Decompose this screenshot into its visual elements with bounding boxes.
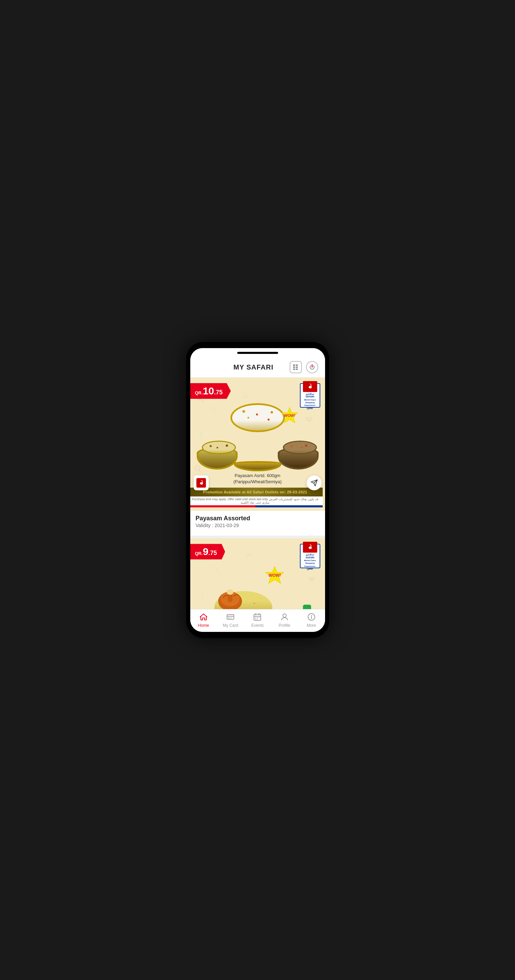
payasam-left-bowl xyxy=(197,447,238,469)
arwa-bottle: arwa NATURAL xyxy=(300,605,314,609)
svg-rect-5 xyxy=(296,369,298,370)
price-badge-biryani: QR.9.75 xyxy=(190,544,225,559)
home-icon xyxy=(199,612,208,622)
safari-s-logo xyxy=(305,381,316,392)
svg-rect-3 xyxy=(296,366,298,368)
grid-icon xyxy=(292,364,299,371)
svg-point-36 xyxy=(283,614,286,617)
deal-image-inner-biryani: 🍴 🥄 🍶 🥛 🍲 🧴 🥄 🍳 🥛 xyxy=(190,538,325,609)
svg-rect-0 xyxy=(293,364,295,366)
my-card-icon xyxy=(226,612,235,622)
svg-rect-4 xyxy=(293,369,295,370)
biryani-food-art: WOW! xyxy=(195,564,320,609)
safari-logo-text: سـافـاريSAFARIWorld Class Shopping Exper… xyxy=(302,393,318,410)
svg-point-32 xyxy=(227,589,233,595)
safari-small-icon-1 xyxy=(196,478,206,488)
wow-burst-payasam: WOW! xyxy=(279,407,300,424)
nav-label-profile: Profile xyxy=(279,623,290,628)
svg-text:WOW!: WOW! xyxy=(269,573,281,578)
nav-item-more[interactable]: More xyxy=(301,612,322,628)
header-icons xyxy=(290,361,318,373)
nav-item-profile[interactable]: Profile xyxy=(274,612,295,628)
nav-item-events[interactable]: Events xyxy=(247,612,268,628)
safari-logo-1: سـافـاريSAFARIWorld Class Shopping Exper… xyxy=(300,383,320,408)
payasam-main-bowl-base xyxy=(234,461,282,471)
nav-item-home[interactable]: Home xyxy=(193,612,214,628)
biryani-chicken-leg xyxy=(215,582,246,609)
power-icon-button[interactable] xyxy=(306,361,318,373)
bottom-navigation: Home My Card xyxy=(190,609,325,632)
price-badge-payasam: QR.10.75 xyxy=(190,383,231,399)
price-decimal: .75 xyxy=(214,389,223,396)
deals-content: 🍳 🥄 🍶 🥛 🍲 🧴 🥄 🍳 🥛 xyxy=(190,378,325,609)
price-label: QR. xyxy=(195,390,203,395)
phone-screen: MY SAFARI xyxy=(190,348,325,632)
nav-label-my-card: My Card xyxy=(223,623,238,628)
app-header: MY SAFARI xyxy=(190,358,325,378)
more-icon xyxy=(307,612,316,622)
svg-rect-1 xyxy=(296,364,298,366)
nav-label-home: Home xyxy=(198,623,209,628)
power-icon xyxy=(309,364,315,370)
deal-image-inner-payasam: 🍳 🥄 🍶 🥛 🍲 🧴 🥄 🍳 🥛 xyxy=(190,378,325,511)
deal-image-wrapper-2: 🍴 🥄 🍶 🥛 🍲 🧴 🥄 🍳 🥛 xyxy=(190,538,325,609)
grid-icon-button[interactable] xyxy=(290,361,302,373)
safari-logo-inner-2 xyxy=(303,542,317,553)
svg-rect-34 xyxy=(227,614,234,619)
safari-logo-2: سـافـاريSAFARIWorld Class Shopping Exper… xyxy=(300,544,320,568)
payasam-food-art: WOW! xyxy=(195,403,320,471)
svg-text:🥛: 🥛 xyxy=(291,476,299,483)
nav-item-my-card[interactable]: My Card xyxy=(220,612,241,628)
svg-text:🍶: 🍶 xyxy=(244,548,254,557)
deal-validity-payasam: Validity : 2021-03-29 xyxy=(196,523,320,528)
share-icon-1 xyxy=(311,479,318,487)
nav-label-events: Events xyxy=(251,623,264,628)
safari-logo-inner xyxy=(303,381,317,392)
nav-label-more: More xyxy=(307,623,316,628)
status-bar xyxy=(190,348,325,358)
app-title: MY SAFARI xyxy=(217,363,290,371)
events-icon xyxy=(253,612,262,622)
deal-divider xyxy=(190,536,325,538)
deal-info-payasam: Payasam Assorted Validity : 2021-03-29 xyxy=(190,511,325,533)
share-button-1[interactable] xyxy=(307,476,322,490)
svg-text:🍶: 🍶 xyxy=(241,391,249,399)
price-decimal-2: .75 xyxy=(208,550,217,556)
wow-burst-biryani: WOW! xyxy=(264,566,286,585)
product-name-image-1: Payasam Asrtd. 600gm (Parippu/Wheat/Semi… xyxy=(233,473,282,485)
svg-rect-2 xyxy=(293,366,295,368)
phone-frame: MY SAFARI xyxy=(186,342,329,638)
payasam-right-bowl xyxy=(278,447,319,469)
price-value: 10 xyxy=(203,385,214,396)
deal-image-payasam: 🍳 🥄 🍶 🥛 🍲 🧴 🥄 🍳 🥛 xyxy=(190,378,325,511)
profile-icon xyxy=(280,612,289,622)
deal-card-biryani: 🍴 🥄 🍶 🥛 🍲 🧴 🥄 🍳 🥛 xyxy=(190,538,325,609)
deal-card-payasam: 🍳 🥄 🍶 🥛 🍲 🧴 🥄 🍳 🥛 xyxy=(190,378,325,533)
deal-title-payasam: Payasam Assorted xyxy=(196,515,320,522)
safari-logo-text-2: سـافـاريSAFARIWorld Class Shopping Exper… xyxy=(302,553,318,570)
deal-image-wrapper-1: 🍳 🥄 🍶 🥛 🍲 🧴 🥄 🍳 🥛 xyxy=(190,378,325,511)
price-label-2: QR. xyxy=(195,551,203,556)
deal-image-biryani: 🍴 🥄 🍶 🥛 🍲 🧴 🥄 🍳 🥛 xyxy=(190,538,325,609)
notch xyxy=(237,352,278,354)
safari-s-logo-2 xyxy=(305,542,316,553)
svg-text:WOW!: WOW! xyxy=(284,414,295,417)
price-value-2: 9 xyxy=(203,546,209,557)
safari-small-button-1[interactable] xyxy=(194,476,209,490)
payasam-top-bowl xyxy=(230,403,285,432)
